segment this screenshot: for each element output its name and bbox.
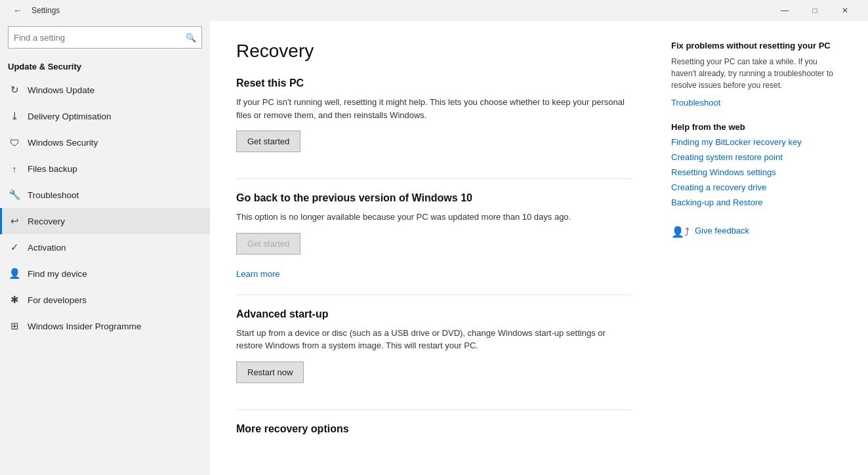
- help-link[interactable]: Creating system restore point: [671, 152, 842, 162]
- help-links: Finding my BitLocker recovery keyCreatin…: [671, 137, 842, 210]
- sidebar-item-find-my-device[interactable]: 👤 Find my device: [0, 260, 210, 287]
- section-title-advanced: Advanced start-up: [236, 308, 632, 320]
- troubleshoot-icon: 🔧: [8, 188, 21, 201]
- feedback-icon: 👤⤴: [671, 226, 690, 238]
- back-button[interactable]: ←: [8, 1, 28, 20]
- sidebar-item-recovery[interactable]: ↩ Recovery: [0, 208, 210, 234]
- close-button[interactable]: ✕: [830, 0, 860, 21]
- search-input[interactable]: [14, 33, 186, 43]
- divider-2: [236, 295, 632, 295]
- sidebar-item-label: Delivery Optimisation: [28, 112, 112, 121]
- web-help-title: Help from the web: [671, 122, 842, 132]
- sidebar-section-title: Update & Security: [0, 59, 210, 77]
- section-desc-goback: This option is no longer available becau…: [236, 211, 632, 224]
- sidebar-item-activation[interactable]: ✓ Activation: [0, 234, 210, 260]
- app-container: 🔍 Update & Security ↻ Windows Update ⤓ D…: [0, 21, 868, 475]
- section-desc-reset: If your PC isn't running well, resetting…: [236, 96, 632, 121]
- sidebar-item-windows-security[interactable]: 🛡 Windows Security: [0, 129, 210, 155]
- minimize-button[interactable]: —: [770, 0, 800, 21]
- title-bar: ← Settings — □ ✕: [0, 0, 868, 21]
- search-icon: 🔍: [186, 33, 196, 43]
- find-my-device-icon: 👤: [8, 267, 21, 280]
- feedback-row: 👤⤴ Give feedback: [671, 226, 842, 238]
- help-link[interactable]: Resetting Windows settings: [671, 167, 842, 177]
- main-content: Recovery Reset this PC If your PC isn't …: [210, 21, 868, 475]
- sidebar-item-label: Windows Update: [28, 85, 94, 95]
- files-backup-icon: ↑: [8, 162, 21, 175]
- section-desc-advanced: Start up from a device or disc (such as …: [236, 327, 632, 352]
- sidebar-item-windows-insider[interactable]: ⊞ Windows Insider Programme: [0, 313, 210, 339]
- sidebar-item-label: Files backup: [28, 164, 77, 174]
- app-title: Settings: [31, 6, 60, 15]
- content-main: Recovery Reset this PC If your PC isn't …: [236, 41, 632, 455]
- fix-desc: Resetting your PC can take a while. If y…: [671, 56, 842, 91]
- sidebar-item-for-developers[interactable]: ✱ For developers: [0, 287, 210, 313]
- help-link[interactable]: Creating a recovery drive: [671, 182, 842, 192]
- recovery-icon: ↩: [8, 215, 21, 228]
- search-box[interactable]: 🔍: [8, 26, 202, 49]
- sidebar-item-files-backup[interactable]: ↑ Files backup: [0, 155, 210, 182]
- sidebar-item-label: Activation: [28, 243, 66, 253]
- help-link[interactable]: Backing-up and Restore: [671, 197, 842, 207]
- get-started-goback-button[interactable]: Get started: [236, 233, 300, 255]
- section-title-reset: Reset this PC: [236, 77, 632, 89]
- activation-icon: ✓: [8, 241, 21, 254]
- give-feedback-link[interactable]: Give feedback: [695, 226, 749, 236]
- windows-security-icon: 🛡: [8, 136, 21, 149]
- restart-now-button[interactable]: Restart now: [236, 361, 304, 383]
- window-controls: — □ ✕: [770, 0, 860, 21]
- sidebar-item-delivery-optimisation[interactable]: ⤓ Delivery Optimisation: [0, 103, 210, 129]
- fix-title: Fix problems without resetting your PC: [671, 41, 842, 51]
- sidebar-item-label: Recovery: [28, 217, 65, 226]
- divider-1: [236, 178, 632, 179]
- sidebar-item-label: Troubleshoot: [28, 190, 79, 200]
- page-title: Recovery: [236, 41, 632, 62]
- for-developers-icon: ✱: [8, 293, 21, 306]
- help-link[interactable]: Finding my BitLocker recovery key: [671, 137, 842, 147]
- delivery-optimisation-icon: ⤓: [8, 110, 21, 123]
- maximize-button[interactable]: □: [800, 0, 830, 21]
- sidebar-item-label: For developers: [28, 295, 87, 305]
- sidebar-item-troubleshoot[interactable]: 🔧 Troubleshoot: [0, 182, 210, 208]
- troubleshoot-link[interactable]: Troubleshoot: [671, 98, 720, 108]
- sidebar-item-label: Windows Security: [28, 138, 98, 148]
- windows-insider-icon: ⊞: [8, 320, 21, 333]
- section-title-goback: Go back to the previous version of Windo…: [236, 192, 632, 204]
- sidebar-item-windows-update[interactable]: ↻ Windows Update: [0, 77, 210, 103]
- nav-items: ↻ Windows Update ⤓ Delivery Optimisation…: [0, 77, 210, 339]
- learn-more-link[interactable]: Learn more: [236, 269, 279, 279]
- get-started-reset-button[interactable]: Get started: [236, 131, 300, 152]
- divider-3: [236, 409, 632, 410]
- sidebar: 🔍 Update & Security ↻ Windows Update ⤓ D…: [0, 21, 210, 475]
- section-title-more: More recovery options: [236, 423, 632, 435]
- windows-update-icon: ↻: [8, 83, 21, 96]
- sidebar-item-label: Find my device: [28, 269, 87, 279]
- help-panel: Fix problems without resetting your PC R…: [671, 41, 842, 455]
- sidebar-item-label: Windows Insider Programme: [28, 321, 141, 331]
